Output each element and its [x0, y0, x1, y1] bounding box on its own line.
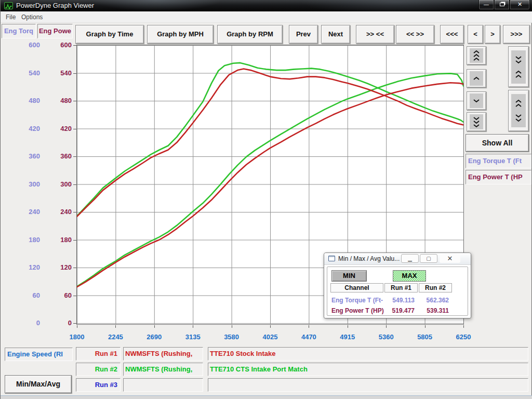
x-channel-box[interactable]: Engine Speed (RI: [5, 348, 73, 361]
x-tick-mark: [270, 325, 271, 328]
y-tick-mark: [73, 45, 76, 46]
x-tick-mark: [193, 325, 193, 328]
prev-button[interactable]: Prev: [289, 25, 318, 44]
title-bar[interactable]: PowerDyne Graph Viewer — ✕: [1, 0, 532, 11]
graph-by-time-button[interactable]: Graph by Time: [75, 25, 144, 44]
minimize-button[interactable]: —: [478, 0, 494, 10]
zoom-out-x-button[interactable]: << >>: [396, 25, 434, 44]
zoom-out-y-button[interactable]: [508, 90, 529, 131]
run2-desc-box[interactable]: TTE710 CTS Intake Port Match: [208, 363, 528, 376]
power-axis-tick: 60: [48, 291, 72, 300]
scale-down-fast-button[interactable]: [467, 112, 486, 131]
zoom-in-y-button[interactable]: [508, 46, 529, 87]
form-icon: [328, 256, 335, 261]
scroll-far-left-button[interactable]: <<<: [440, 25, 464, 44]
scroll-right-button[interactable]: >: [485, 25, 500, 44]
torque-channel-label: Eng Torque T (Ft: [466, 154, 531, 168]
rpm-axis-tick: 4470: [292, 333, 325, 341]
run3-desc-box[interactable]: [208, 378, 528, 392]
next-button[interactable]: Next: [321, 25, 350, 44]
y-tick-mark: [73, 323, 76, 324]
scale-up-button[interactable]: [467, 69, 486, 88]
torque-axis-tick: 420: [16, 124, 40, 134]
y-tick-mark: [73, 296, 76, 296]
x-tick-mark: [232, 325, 232, 328]
powerdyne-window: PowerDyne Graph Viewer — ✕ File Options …: [0, 0, 532, 399]
chevrons-outward-icon: [511, 94, 526, 127]
y-tick-mark: [73, 268, 76, 268]
rpm-axis-tick: 1800: [60, 333, 94, 341]
rpm-axis-tick: 2245: [99, 333, 132, 341]
y-tick-mark: [73, 212, 76, 212]
power-axis-tick: 480: [48, 96, 72, 105]
rpm-axis-tick: 5805: [408, 333, 442, 341]
minmax-title-bar[interactable]: Min / Max / Avg Valu... ▁ ▢ ✕: [324, 253, 471, 265]
min-max-avg-button[interactable]: Min/Max/Avg: [5, 375, 72, 393]
x-tick-mark: [425, 325, 425, 328]
minmax-minimize-button[interactable]: ▁: [401, 254, 419, 263]
power-axis-tick: 420: [48, 124, 72, 134]
x-tick-mark: [386, 325, 387, 328]
y-tick-mark: [73, 101, 76, 101]
maximize-button[interactable]: [494, 0, 510, 10]
rpm-axis-tick: 4915: [331, 333, 364, 341]
torque-axis-tick: 540: [16, 69, 40, 78]
scale-up-fast-button[interactable]: [467, 46, 486, 65]
power-axis-tick: 0: [48, 318, 72, 328]
column-header-run1: Run #1: [384, 283, 418, 292]
y-tick-mark: [73, 184, 76, 185]
graph-by-rpm-button[interactable]: Graph by RPM: [217, 25, 283, 44]
power-axis-tick: 600: [48, 41, 72, 50]
column-header-channel: Channel: [330, 283, 383, 292]
power-axis-tick: 300: [48, 180, 72, 189]
app-icon: [4, 2, 13, 9]
run1-label: Run #1: [76, 347, 121, 361]
chevron-up-icon: [470, 71, 483, 86]
rpm-axis-tick: 2690: [138, 333, 171, 341]
close-button[interactable]: ✕: [510, 0, 530, 10]
scroll-left-button[interactable]: <: [468, 25, 483, 44]
power-axis-tick: 240: [48, 207, 72, 217]
scale-down-button[interactable]: [467, 91, 486, 110]
minmax-window-title: Min / Max / Avg Valu...: [338, 255, 400, 262]
rpm-axis-tick: 6250: [447, 333, 480, 341]
scroll-far-right-button[interactable]: >>>: [503, 25, 530, 44]
menu-bar: File Options: [1, 11, 532, 23]
y-tick-mark: [73, 240, 76, 241]
y-tick-mark: [73, 73, 76, 74]
torque-axis-tick: 240: [16, 207, 40, 217]
run1-desc-box[interactable]: TTE710 Stock Intake: [208, 347, 528, 361]
x-tick-mark: [309, 325, 309, 328]
rpm-axis-tick: 5360: [369, 333, 403, 341]
chevron-down-icon: [470, 94, 483, 108]
y-tick-mark: [73, 129, 76, 129]
minmax-row-run1-value: 519.477: [383, 307, 415, 315]
minmax-row-run2-value: 539.311: [418, 307, 449, 315]
torque-axis-tick: 60: [16, 291, 40, 300]
run2-file-box[interactable]: NWMSFTS (Rushing,: [123, 363, 203, 376]
rpm-axis-tick: 3580: [215, 333, 248, 341]
power-axis-tick: 360: [48, 152, 72, 161]
x-tick-mark: [154, 325, 155, 328]
power-axis-tick: 120: [48, 263, 72, 272]
minmax-maximize-button[interactable]: ▢: [420, 254, 437, 263]
run3-file-box[interactable]: [123, 378, 203, 392]
rpm-axis-tick: 3135: [176, 333, 209, 341]
eng-torque-axis-button[interactable]: Eng Torq: [2, 24, 36, 38]
x-tick-mark: [77, 325, 77, 328]
menu-options[interactable]: Options: [19, 13, 45, 21]
minmax-close-button[interactable]: ✕: [440, 254, 460, 263]
run1-file-box[interactable]: NWMSFTS (Rushing,: [123, 347, 203, 361]
eng-power-axis-button[interactable]: Eng Powe: [37, 24, 73, 38]
minmax-row-run2-value: 562.362: [418, 296, 449, 304]
x-tick-mark: [348, 325, 348, 328]
zoom-in-x-button[interactable]: >> <<: [356, 25, 394, 44]
graph-by-mph-button[interactable]: Graph by MPH: [147, 25, 214, 44]
min-toggle-button[interactable]: MIN: [331, 270, 367, 282]
show-all-button[interactable]: Show All: [466, 134, 529, 152]
max-toggle-button[interactable]: MAX: [393, 270, 426, 282]
menu-file[interactable]: File: [4, 13, 18, 21]
y-tick-mark: [73, 156, 76, 157]
window-bottom-edge: [1, 395, 532, 399]
window-title: PowerDyne Graph Viewer: [16, 2, 94, 9]
